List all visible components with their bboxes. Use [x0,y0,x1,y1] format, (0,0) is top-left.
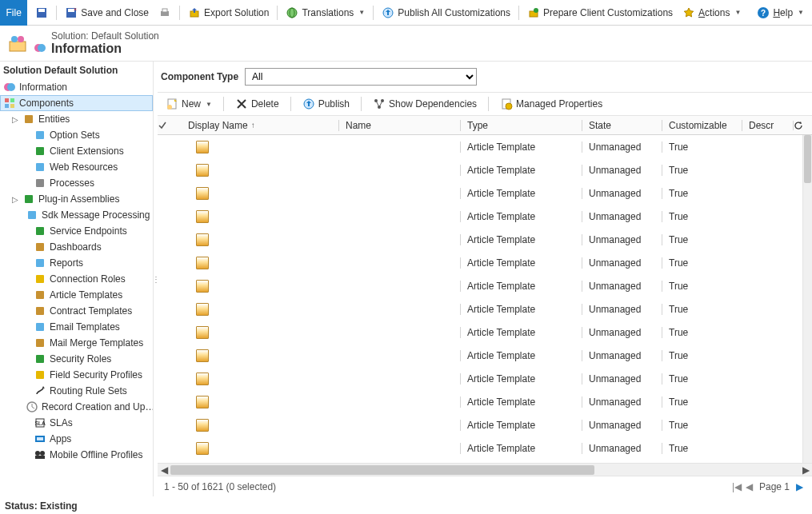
component-type-select[interactable]: All [245,68,477,86]
file-tab[interactable]: File [0,0,27,26]
col-header-description[interactable]: Descr [742,120,793,131]
svg-rect-40 [36,339,44,347]
sidebar-item-sdk-message-processing-[interactable]: Sdk Message Processing … [0,207,153,223]
save-close-button[interactable]: × Save and Close [62,5,152,21]
table-row[interactable]: Article TemplateUnmanagedTrue [158,135,802,158]
expand-icon[interactable]: ▷ [11,115,19,124]
article-template-icon [196,303,209,316]
sidebar-item-slas[interactable]: SLASLAs [0,415,153,431]
horizontal-scrollbar[interactable]: ◀ ▶ [158,463,812,476]
article-template-icon [196,442,209,455]
sidebar-item-label: Field Security Profiles [50,369,142,381]
print-button[interactable] [155,5,174,21]
sidebar-item-label: Client Extensions [50,145,124,157]
sidebar-item-mail-merge-templates[interactable]: Mail Merge Templates [0,335,153,351]
sidebar-item-service-endpoints[interactable]: Service Endpoints [0,223,153,239]
hscroll-right-button[interactable]: ▶ [799,464,812,476]
export-label: Export Solution [204,7,269,18]
optionset-icon [34,129,46,141]
col-header-customizable[interactable]: Customizable [662,120,742,131]
col-header-type[interactable]: Type [460,120,582,131]
save-button[interactable] [32,5,51,21]
help-button[interactable]: ? Help ▼ [754,5,807,21]
sidebar-item-plug-in-assemblies[interactable]: ▷Plug-in Assemblies [0,191,153,207]
sidebar-item-connection-roles[interactable]: Connection Roles [0,271,153,287]
sidebar-item-web-resources[interactable]: Web Resources [0,159,153,175]
hscroll-left-button[interactable]: ◀ [158,464,170,476]
cell-state: Unmanaged [582,257,662,269]
globe-icon [286,6,298,19]
sidebar-item-option-sets[interactable]: Option Sets [0,127,153,143]
new-button[interactable]: New ▼ [161,95,217,113]
actions-button[interactable]: AActionsctions ▼ [679,5,744,21]
table-row[interactable]: Article TemplateUnmanagedTrue [158,413,802,436]
sidebar-item-security-roles[interactable]: Security Roles [0,351,153,367]
export-button[interactable]: Export Solution [185,5,272,21]
sidebar-item-contract-templates[interactable]: Contract Templates [0,303,153,319]
cell-state: Unmanaged [582,420,662,431]
publish-all-label: Publish All Customizations [398,7,510,18]
vertical-scrollbar[interactable] [802,135,812,463]
cell-type: Article Template [460,396,582,408]
svg-text:?: ? [761,9,766,18]
sidebar-item-dashboards[interactable]: Dashboards [0,239,153,255]
prepare-button[interactable]: Prepare Client Customizations [524,5,676,21]
table-row[interactable]: Article TemplateUnmanagedTrue [158,344,802,367]
refresh-button[interactable] [793,121,812,130]
table-row[interactable]: Article TemplateUnmanagedTrue [158,158,802,181]
sidebar-item-email-templates[interactable]: Email Templates [0,319,153,335]
table-row[interactable]: Article TemplateUnmanagedTrue [158,436,802,460]
cell-customizable: True [662,165,742,176]
cell-type: Article Template [460,188,582,199]
new-label: New [182,98,201,110]
components-icon [3,97,16,110]
svg-rect-39 [36,323,44,331]
cell-customizable: True [662,350,742,361]
table-row[interactable]: Article TemplateUnmanagedTrue [158,390,802,413]
table-row[interactable]: Article TemplateUnmanagedTrue [158,321,802,344]
svg-rect-15 [10,42,26,51]
sidebar-item-record-creation-and-up-[interactable]: Record Creation and Up… [0,399,153,415]
managed-props-button[interactable]: Managed Properties [495,95,607,113]
sidebar-item-information[interactable]: Information [0,79,153,95]
star-icon [682,6,695,19]
table-row[interactable]: Article TemplateUnmanagedTrue [158,367,802,390]
table-row[interactable]: Article TemplateUnmanagedTrue [158,228,802,251]
col-header-name[interactable]: Name [338,120,460,131]
cell-state: Unmanaged [582,234,662,245]
sidebar-item-entities[interactable]: ▷Entities [0,111,153,127]
sidebar-item-apps[interactable]: Apps [0,431,153,447]
sidebar-item-components[interactable]: Components [0,95,153,111]
translations-button[interactable]: Translations ▼ [282,5,368,21]
table-row[interactable]: Article TemplateUnmanagedTrue [158,297,802,321]
pager-first-button[interactable]: |◀ [730,480,743,493]
pager-prev-button[interactable]: ◀ [743,480,756,493]
sidebar-item-reports[interactable]: Reports [0,255,153,271]
publish-button[interactable]: Publish [298,95,354,113]
sidebar-item-mobile-offline-profiles[interactable]: Mobile Offline Profiles [0,447,153,463]
publish-all-button[interactable]: Publish All Customizations [378,5,514,21]
sidebar-item-client-extensions[interactable]: Client Extensions [0,143,153,159]
sort-asc-icon: ↑ [251,121,255,129]
col-header-check[interactable] [158,121,185,130]
table-row[interactable]: Article TemplateUnmanagedTrue [158,205,802,228]
table-row[interactable]: Article TemplateUnmanagedTrue [158,181,802,205]
sidebar-item-article-templates[interactable]: Article Templates [0,287,153,303]
cell-state: Unmanaged [582,373,662,385]
cell-type: Article Template [460,211,582,222]
table-row[interactable]: Article TemplateUnmanagedTrue [158,274,802,297]
print-icon [158,6,171,19]
pager-summary: 1 - 50 of 1621 (0 selected) [164,481,276,492]
svg-rect-27 [36,131,44,139]
sidebar-item-label: Processes [50,177,94,189]
expand-icon[interactable]: ▷ [11,195,19,204]
sidebar-item-routing-rule-sets[interactable]: Routing Rule Sets [0,383,153,399]
pager-next-button[interactable]: ▶ [793,480,806,493]
sidebar-item-processes[interactable]: Processes [0,175,153,191]
delete-button[interactable]: Delete [230,95,284,113]
sidebar-item-field-security-profiles[interactable]: Field Security Profiles [0,367,153,383]
col-header-state[interactable]: State [582,120,662,131]
col-header-display-name[interactable]: Display Name ↑ [185,120,338,131]
table-row[interactable]: Article TemplateUnmanagedTrue [158,251,802,274]
show-deps-button[interactable]: Show Dependencies [368,95,482,113]
